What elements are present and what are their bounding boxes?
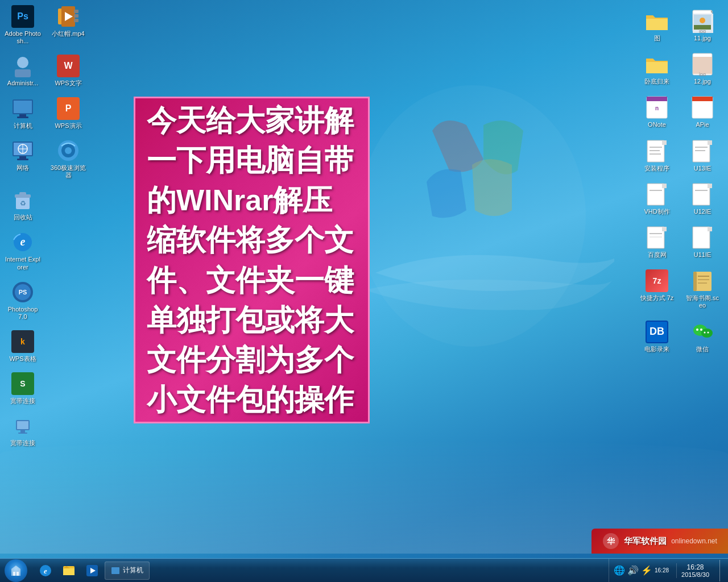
svg-text:e: e <box>44 567 47 575</box>
svg-text:e: e <box>20 235 26 248</box>
hjsoft-url: onlinedown.net <box>671 537 717 545</box>
desktop-icon-recycle[interactable]: ♻ 回收站 <box>2 186 43 223</box>
svg-rect-56 <box>647 184 664 205</box>
desktop-icon-kindle[interactable]: k WPS表格 <box>2 327 43 365</box>
show-desktop-button[interactable] <box>719 560 725 581</box>
svg-text:华: 华 <box>606 537 615 546</box>
desktop-icon-network[interactable]: 网络 <box>2 136 43 181</box>
ie-icon: e <box>11 230 35 254</box>
svg-rect-82 <box>13 572 15 576</box>
svg-point-7 <box>17 57 28 68</box>
taskbar-explorer-icon[interactable] <box>58 560 80 581</box>
desktop-icon-u13ie[interactable]: U13IE <box>682 137 723 174</box>
svg-point-75 <box>696 329 698 331</box>
360-icon <box>56 139 80 163</box>
taskbar-window-label: 计算机 <box>123 566 143 575</box>
hjsoft-watermark: 华 华军软件园 onlinedown.net <box>592 529 728 554</box>
svg-rect-33 <box>17 421 28 429</box>
svg-rect-6 <box>74 19 78 22</box>
folder-wofang-icon <box>645 52 669 76</box>
desktop-icon-wps-table[interactable]: S 宽带连接 <box>2 369 43 407</box>
svg-text:PS: PS <box>19 289 27 296</box>
admin-label: Administr... <box>7 80 38 87</box>
wps-word-icon: W <box>56 54 80 78</box>
desktop-icon-folder-wofang[interactable]: 卧底归来 <box>636 50 677 88</box>
desktop-icon-photoshop[interactable]: Ps Adobe Photosh... <box>2 2 43 47</box>
svg-point-76 <box>700 329 702 331</box>
tray-battery-icon[interactable]: ⚡ <box>641 565 652 576</box>
svg-rect-60 <box>708 184 712 188</box>
12jpg-label: 12.jpg <box>694 78 711 85</box>
kindle-label: WPS表格 <box>9 355 36 363</box>
desktop-icon-video[interactable]: 小红帽.mp4 <box>48 2 89 47</box>
desktop-icon-db[interactable]: DB 电影录来 <box>636 318 677 355</box>
desktop-icon-12jpg[interactable]: jpg 12.jpg <box>682 50 723 88</box>
desktop-icon-admin[interactable]: Administr... <box>2 52 43 89</box>
desktop-icon-install[interactable]: 安装程序 <box>636 137 677 174</box>
taskbar-media-icon[interactable] <box>81 560 103 581</box>
11jpg-icon: jpg <box>690 9 714 33</box>
install-label: 安装程序 <box>644 165 669 172</box>
photoshop-icon: Ps <box>11 5 35 28</box>
desktop-icon-wps-present[interactable]: P WPS演示 <box>48 94 89 132</box>
onote-label: ONote <box>648 121 666 128</box>
computer-label: 计算机 <box>14 122 32 130</box>
desktop-icon-u12ie[interactable]: U12IE <box>682 180 723 218</box>
desktop-icon-onote[interactable]: n ONote <box>636 93 677 131</box>
desktop-icon-broadband[interactable]: 宽带连接 <box>2 411 43 449</box>
clock-time: 16:28 <box>687 563 704 571</box>
svg-text:♻: ♻ <box>20 199 26 207</box>
desktop-icon-7z[interactable]: 7z 快捷方式 7z <box>636 267 677 311</box>
svg-rect-25 <box>19 192 26 196</box>
svg-rect-10 <box>14 101 32 113</box>
folder-wofang-label: 卧底归来 <box>644 78 669 85</box>
recycle-icon: ♻ <box>11 188 35 212</box>
svg-rect-59 <box>693 184 710 205</box>
wps-present-icon: P <box>56 97 80 120</box>
wechat-label: 微信 <box>696 346 709 353</box>
desktop-icon-computer[interactable]: 计算机 <box>2 94 43 132</box>
taskbar-ie-icon[interactable]: e <box>35 560 56 581</box>
tutorial-overlay: 今天给大家讲解一下用电脑自带的WINrar解压缩软件将多个文件、文件夹一键单独打… <box>134 97 370 423</box>
desktop-icon-u11ie[interactable]: U11IE <box>682 223 723 261</box>
svg-rect-5 <box>74 14 78 18</box>
windows-logo <box>330 45 614 386</box>
taskbar-active-window[interactable]: 计算机 <box>105 562 150 580</box>
baidu-icon <box>645 226 669 250</box>
apie-icon <box>690 95 714 119</box>
svg-rect-52 <box>693 140 710 162</box>
desktop-icon-folder-tu[interactable]: 图 <box>636 7 677 44</box>
desktop-icon-wps-word[interactable]: W WPS文字 <box>48 52 89 89</box>
desktop-icon-360[interactable]: 360极速浏览器 <box>48 136 89 181</box>
desktop-icon-apie[interactable]: APie <box>682 93 723 131</box>
desktop-right-icons: 图 jpg 11.jpg 卧底归来 jpg 12.jpg <box>631 0 728 362</box>
broadband-label: 宽带连接 <box>10 439 35 447</box>
desktop-icon-ie[interactable]: e Internet Explorer <box>2 228 43 273</box>
desktop-icon-baidu[interactable]: 百度网 <box>636 223 677 261</box>
wps-word-label: WPS文字 <box>55 80 81 87</box>
desktop-icon-vhd[interactable]: VHD制作 <box>636 180 677 218</box>
tray-volume-icon[interactable]: 🔊 <box>627 565 639 576</box>
desktop-icon-ps70[interactable]: PS Photoshop 7.0 <box>2 278 43 323</box>
svg-rect-47 <box>647 140 664 162</box>
vhd-icon <box>645 182 669 206</box>
tray-network-icon[interactable]: 🌐 <box>614 565 625 576</box>
u11ie-icon <box>690 226 714 250</box>
svg-point-78 <box>708 331 709 333</box>
folder-tu-label: 图 <box>654 35 660 42</box>
wechat-icon <box>690 320 714 344</box>
12jpg-icon: jpg <box>690 52 714 76</box>
broadband-icon <box>11 414 35 438</box>
desktop-icon-11jpg[interactable]: jpg 11.jpg <box>682 7 723 44</box>
desktop-icon-book[interactable]: 智海书阁.sceo <box>682 267 723 311</box>
ie-label: Internet Explorer <box>5 256 41 271</box>
u13ie-label: U13IE <box>694 165 712 172</box>
u12ie-label: U12IE <box>694 208 712 215</box>
svg-rect-11 <box>19 114 26 117</box>
clock[interactable]: 16:28 2015/8/30 <box>676 563 714 578</box>
folder-tu-icon <box>645 9 669 33</box>
svg-rect-35 <box>18 433 27 434</box>
start-button[interactable] <box>0 559 32 583</box>
desktop: Ps Adobe Photosh... 小红帽.mp4 Administr... <box>0 0 728 582</box>
desktop-icon-wechat[interactable]: 微信 <box>682 318 723 355</box>
